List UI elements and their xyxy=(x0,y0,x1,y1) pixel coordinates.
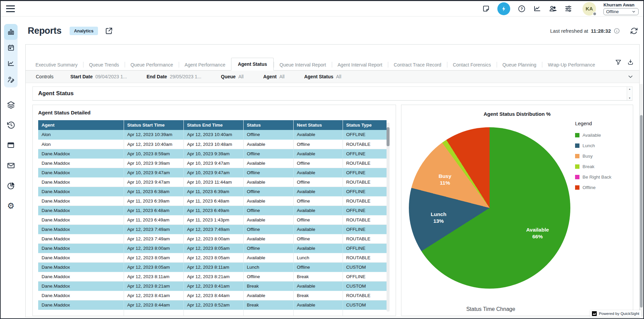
preferences-sliders-icon[interactable] xyxy=(564,5,572,13)
legend-label: Break xyxy=(583,164,594,169)
sheet-stepper[interactable]: ▲▼ xyxy=(627,87,632,100)
tab-agent-status[interactable]: Agent Status xyxy=(231,58,274,71)
table-row[interactable]: AlonApr 12, 2023 10:39amApr 12, 2023 10:… xyxy=(38,130,387,139)
controls-label: Controls xyxy=(36,74,53,79)
table-row[interactable]: Dane.MaddoxApr 10, 2023 9:39amApr 10, 20… xyxy=(38,158,387,168)
table-row[interactable]: Dane.MaddoxApr 12, 2023 7:49amApr 12, 20… xyxy=(38,224,387,234)
column-header-status-start-time[interactable]: Status Start Time xyxy=(124,120,183,130)
filter-queue[interactable]: QueueAll xyxy=(221,74,244,79)
help-icon[interactable]: ? xyxy=(518,5,526,13)
table-row[interactable]: Dane.MaddoxApr 12, 2023 8:00amApr 12, 20… xyxy=(38,243,387,253)
table-cell: Dane.Maddox xyxy=(38,158,124,168)
filter-start-date[interactable]: Start Date09/04/2023 1... xyxy=(70,74,127,79)
refresh-icon[interactable] xyxy=(630,27,638,35)
table-row[interactable]: Dane.MaddoxApr 12, 2023 8:21amApr 12, 20… xyxy=(38,281,387,291)
tab-queue-interval-report[interactable]: Queue Interval Report xyxy=(274,59,332,70)
controls-collapse-chevron-icon[interactable] xyxy=(627,73,634,80)
sidebar-item-compose[interactable] xyxy=(4,72,18,87)
table-row[interactable]: Dane.MaddoxApr 12, 2023 7:49amApr 12, 20… xyxy=(38,234,387,243)
sidebar-item-pie-chart[interactable] xyxy=(6,181,15,190)
boost-lightning-icon[interactable] xyxy=(497,2,510,15)
sidebar-item-mail[interactable] xyxy=(6,161,15,170)
tab-executive-summary[interactable]: Executive Summary xyxy=(30,59,83,70)
table-row[interactable]: Dane.MaddoxApr 12, 2023 8:05amApr 12, 20… xyxy=(38,253,387,262)
table-row[interactable]: Dane.MaddoxApr 10, 2023 9:47amApr 10, 20… xyxy=(38,177,387,187)
filter-agent[interactable]: AgentAll xyxy=(263,74,284,79)
table-scrollbar-thumb[interactable] xyxy=(387,127,390,146)
table-row[interactable]: Dane.MaddoxApr 12, 2023 8:44amApr 12, 20… xyxy=(38,300,387,310)
download-icon[interactable] xyxy=(627,59,634,65)
table-cell: Apr 12, 2023 8:41am xyxy=(124,291,183,300)
sidebar-item-settings[interactable]: ⚙ xyxy=(6,202,15,210)
topbar: ? KA Khurram Awan Offline xyxy=(1,1,643,17)
table-cell xyxy=(293,310,343,316)
table-cell xyxy=(243,310,293,316)
table-scrollbar[interactable] xyxy=(387,123,390,312)
legend-item-lunch[interactable]: Lunch xyxy=(575,143,632,148)
table-row[interactable]: Dane.MaddoxApr 10, 2023 9:47amApr 10, 20… xyxy=(38,168,387,177)
note-icon[interactable] xyxy=(482,5,490,13)
metrics-icon[interactable] xyxy=(533,5,541,13)
tab-agent-performance[interactable]: Agent Performance xyxy=(179,59,231,70)
table-cell: Dane.Maddox xyxy=(38,243,124,253)
sidebar-item-history[interactable] xyxy=(6,121,15,129)
table-cell: Dane.Maddox xyxy=(38,224,124,234)
column-header-status[interactable]: Status xyxy=(243,120,293,130)
table-row[interactable]: Dane.MaddoxApr 11, 2023 6:38amApr 11, 20… xyxy=(38,187,387,196)
sidebar-item-layers[interactable] xyxy=(6,100,15,109)
filter-end-date[interactable]: End Date29/05/2023 1... xyxy=(147,74,201,79)
page-scrollbar[interactable] xyxy=(640,84,643,317)
column-header-status-end-time[interactable]: Status End Time xyxy=(183,120,243,130)
external-link-icon[interactable] xyxy=(105,27,113,35)
pie-chart[interactable]: Busy11% Lunch13% Available66% xyxy=(409,127,570,289)
table-cell: CUSTOM xyxy=(343,262,387,272)
table-row[interactable]: Dane.MaddoxApr 10, 2023 8:59amApr 10, 20… xyxy=(38,149,387,158)
users-icon[interactable] xyxy=(549,5,557,13)
page-scrollbar-thumb[interactable] xyxy=(640,115,643,308)
column-header-agent[interactable]: Agent xyxy=(38,120,124,130)
info-icon[interactable] xyxy=(614,28,620,34)
table-row[interactable]: Dane.MaddoxApr 12, 2023 8:11amApr 12, 20… xyxy=(38,272,387,281)
avatar[interactable]: KA xyxy=(583,2,596,16)
filter-icon[interactable] xyxy=(615,59,622,65)
agent-status-detailed-card: Agent Status Detailed AgentStatus Start … xyxy=(32,105,396,316)
tab-contract-trace-record[interactable]: Contract Trace Record xyxy=(388,59,447,70)
table-row[interactable]: Dane.MaddoxApr 11, 2023 6:49amApr 11, 20… xyxy=(38,215,387,224)
powered-by-quicksight-badge[interactable]: Powered by QuickSight xyxy=(590,310,641,317)
tab-queue-performance[interactable]: Queue Performance xyxy=(125,59,179,70)
table-row[interactable]: Dane.MaddoxApr 12, 2023 8:41amApr 12, 20… xyxy=(38,291,387,300)
table-row[interactable]: AlonApr 12, 2023 10:40amApr 12, 2023 10:… xyxy=(38,139,387,149)
table-row[interactable]: Dane.MaddoxApr 11, 2023 6:48amApr 11, 20… xyxy=(38,206,387,215)
table-row[interactable]: Dane.MaddoxApr 11, 2023 6:39amApr 11, 20… xyxy=(38,196,387,206)
legend-item-offline[interactable]: Offline xyxy=(575,185,632,190)
table-cell: Dane.Maddox xyxy=(38,272,124,281)
table-cell: Available xyxy=(293,206,343,215)
column-header-next-status[interactable]: Next Status xyxy=(293,120,343,130)
tab-queue-planning[interactable]: Queue Planning xyxy=(497,59,542,70)
hamburger-menu-button[interactable] xyxy=(6,5,15,12)
tab-contact-forensics[interactable]: Contact Forensics xyxy=(447,59,497,70)
sidebar-item-reports[interactable] xyxy=(4,24,18,40)
table-cell: Break xyxy=(293,272,343,281)
table-row[interactable]: Dane.MaddoxApr 12, 2023 8:05amApr 12, 20… xyxy=(38,262,387,272)
sidebar-item-metrics[interactable] xyxy=(4,56,18,72)
table-cell: Offline xyxy=(243,272,293,281)
legend-item-busy[interactable]: Busy xyxy=(575,154,632,159)
legend-item-break[interactable]: Break xyxy=(575,164,632,169)
legend-item-be-right-back[interactable]: Be Right Back xyxy=(575,175,632,180)
sidebar-item-calendar[interactable] xyxy=(4,40,18,56)
agent-status-distribution-card: Agent Status Distribution % Busy11% Lunc… xyxy=(401,105,633,316)
tab-agent-interval-report[interactable]: Agent Interval Report xyxy=(332,59,388,70)
table-cell: Available xyxy=(293,187,343,196)
table-cell: Apr 12, 2023 7:49am xyxy=(124,224,183,234)
column-header-status-type[interactable]: Status Type xyxy=(343,120,387,130)
legend-item-available[interactable]: Available xyxy=(575,133,632,138)
table-cell: Available xyxy=(293,168,343,177)
tab-queue-trends[interactable]: Queue Trends xyxy=(83,59,125,70)
table-cell: Apr 12, 2023 8:44am xyxy=(183,291,243,300)
sidebar-item-window[interactable] xyxy=(6,141,15,150)
tab-wrap-up-performance[interactable]: Wrap-Up Performance xyxy=(542,59,601,70)
table-cell: Dane.Maddox xyxy=(38,253,124,262)
status-select[interactable]: Offline xyxy=(603,8,639,15)
filter-agent-status[interactable]: Agent StatusAll xyxy=(304,74,341,79)
